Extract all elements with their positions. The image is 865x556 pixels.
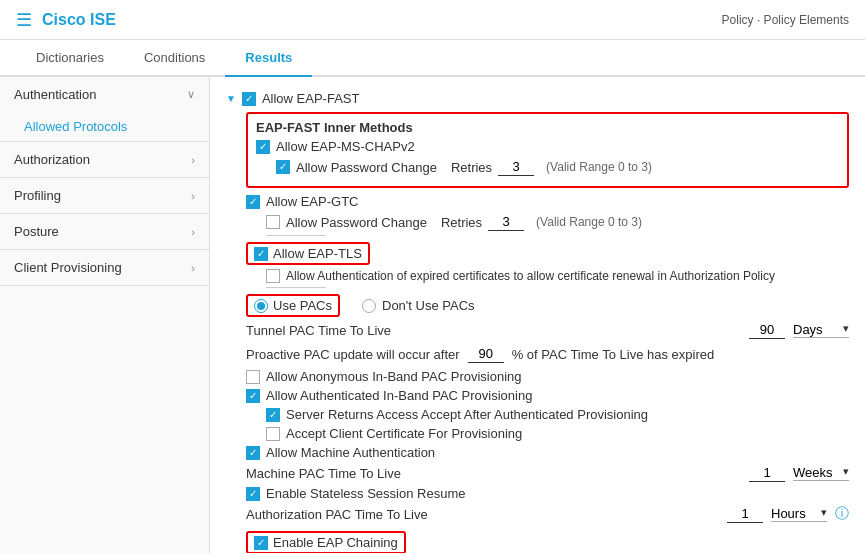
brand-logo: Cisco ISE (42, 11, 116, 29)
sidebar-item-posture[interactable]: Posture › (0, 214, 209, 249)
inner-methods-label: EAP-FAST Inner Methods (256, 120, 839, 135)
eap-chaining-row: Enable EAP Chaining (246, 531, 849, 553)
nav-left: ☰ Cisco ISE (16, 9, 116, 31)
chevron-right-icon-posture: › (191, 226, 195, 238)
chevron-down-icon: ∨ (187, 88, 195, 101)
gtc-password-change-cb[interactable] (266, 215, 280, 229)
auth-inband-row: Allow Authenticated In-Band PAC Provisio… (246, 388, 849, 403)
hamburger-icon[interactable]: ☰ (16, 9, 32, 31)
machine-pac-unit-select-wrap: WeeksDaysHours (793, 465, 849, 481)
auth-inband-cb[interactable] (246, 389, 260, 403)
sidebar-item-authorization[interactable]: Authorization › (0, 142, 209, 177)
inner-methods-box: EAP-FAST Inner Methods Allow EAP-MS-CHAP… (246, 112, 849, 188)
tunnel-pac-value-input[interactable] (749, 321, 785, 339)
gtc-valid-range: (Valid Range 0 to 3) (536, 215, 642, 229)
server-returns-label: Server Returns Access Accept After Authe… (286, 407, 648, 422)
mschapv2-password-change-label: Allow Password Change (296, 160, 437, 175)
auth-pac-value-input[interactable] (727, 505, 763, 523)
anon-inband-row: Allow Anonymous In-Band PAC Provisioning (246, 369, 849, 384)
tunnel-pac-unit-select[interactable]: DaysWeeksHours (793, 322, 849, 338)
auth-pac-row: Authorization PAC Time To Live HoursDays… (246, 505, 849, 523)
stateless-session-label: Enable Stateless Session Resume (266, 486, 465, 501)
gtc-password-change-label: Allow Password Change (286, 215, 427, 230)
tab-results[interactable]: Results (225, 40, 312, 77)
eap-chaining-red-box: Enable EAP Chaining (246, 531, 406, 553)
allow-machine-auth-label: Allow Machine Authentication (266, 445, 435, 460)
breadcrumb: Policy · Policy Elements (722, 13, 849, 27)
mschapv2-retries-input[interactable] (498, 158, 534, 176)
sidebar-item-authentication[interactable]: Authentication ∨ (0, 77, 209, 112)
stateless-session-cb[interactable] (246, 487, 260, 501)
use-pacs-label: Use PACs (273, 298, 332, 313)
anon-inband-label: Allow Anonymous In-Band PAC Provisioning (266, 369, 522, 384)
eap-tls-row: Allow EAP-TLS (246, 242, 849, 265)
sidebar-section-authentication: Authentication ∨ Allowed Protocols (0, 77, 209, 142)
allow-machine-auth-row: Allow Machine Authentication (246, 445, 849, 460)
machine-pac-value-input[interactable] (749, 464, 785, 482)
sidebar-section-authorization: Authorization › (0, 142, 209, 178)
eap-tls-checkbox[interactable] (254, 247, 268, 261)
tunnel-pac-row: Tunnel PAC Time To Live DaysWeeksHours (246, 321, 849, 339)
sidebar-label-profiling: Profiling (14, 188, 61, 203)
proactive-pac-value-input[interactable] (468, 345, 504, 363)
eap-chaining-checkbox[interactable] (254, 536, 268, 550)
tunnel-pac-unit-select-wrap: DaysWeeksHours (793, 322, 849, 338)
chevron-right-icon-client: › (191, 262, 195, 274)
sidebar-section-profiling: Profiling › (0, 178, 209, 214)
dont-use-pacs-label: Don't Use PACs (382, 298, 475, 313)
expired-certs-checkbox[interactable] (266, 269, 280, 283)
expired-certs-label: Allow Authentication of expired certific… (286, 269, 775, 283)
sidebar-section-client-provisioning: Client Provisioning › (0, 250, 209, 286)
chevron-right-icon: › (191, 154, 195, 166)
gtc-retries-input[interactable] (488, 213, 524, 231)
accept-client-cert-cb[interactable] (266, 427, 280, 441)
main-layout: Authentication ∨ Allowed Protocols Autho… (0, 77, 865, 553)
sidebar-label-authentication: Authentication (14, 87, 96, 102)
sidebar-item-client-provisioning[interactable]: Client Provisioning › (0, 250, 209, 285)
sidebar-section-posture: Posture › (0, 214, 209, 250)
use-pacs-red-box: Use PACs (246, 294, 340, 317)
mschapv2-password-change-cb[interactable] (276, 160, 290, 174)
auth-pac-label: Authorization PAC Time To Live (246, 507, 428, 522)
proactive-pac-after: % of PAC Time To Live has expired (512, 347, 715, 362)
server-returns-cb[interactable] (266, 408, 280, 422)
gtc-password-change-row: Allow Password Change Retries (Valid Ran… (266, 213, 849, 231)
dont-use-pacs-radio[interactable] (362, 299, 376, 313)
auth-pac-unit-select[interactable]: HoursDaysWeeks (771, 506, 827, 522)
machine-pac-unit-select[interactable]: WeeksDaysHours (793, 465, 849, 481)
eap-mschapv2-checkbox[interactable] (256, 140, 270, 154)
use-pacs-radio[interactable] (254, 299, 268, 313)
top-navigation: ☰ Cisco ISE Policy · Policy Elements (0, 0, 865, 40)
tab-conditions[interactable]: Conditions (124, 40, 225, 77)
info-icon[interactable]: ⓘ (835, 505, 849, 523)
auth-pac-unit-select-wrap: HoursDaysWeeks (771, 506, 827, 522)
anon-inband-cb[interactable] (246, 370, 260, 384)
sidebar: Authentication ∨ Allowed Protocols Autho… (0, 77, 210, 553)
eap-mschapv2-label: Allow EAP-MS-CHAPv2 (276, 139, 415, 154)
eap-tls-label: Allow EAP-TLS (273, 246, 362, 261)
retries-label-1: Retries (451, 160, 492, 175)
eap-gtc-checkbox[interactable] (246, 195, 260, 209)
machine-pac-label: Machine PAC Time To Live (246, 466, 401, 481)
tab-bar: Dictionaries Conditions Results (0, 40, 865, 77)
allow-machine-auth-cb[interactable] (246, 446, 260, 460)
eap-mschapv2-row: Allow EAP-MS-CHAPv2 (256, 139, 839, 154)
mschapv2-password-change-row: Allow Password Change Retries (Valid Ran… (276, 158, 839, 176)
eap-gtc-label: Allow EAP-GTC (266, 194, 358, 209)
proactive-pac-label: Proactive PAC update will occur after (246, 347, 460, 362)
sidebar-item-profiling[interactable]: Profiling › (0, 178, 209, 213)
eap-fast-row: ▼ Allow EAP-FAST (226, 91, 849, 106)
eap-gtc-row: Allow EAP-GTC (246, 194, 849, 209)
tab-dictionaries[interactable]: Dictionaries (16, 40, 124, 77)
machine-pac-row: Machine PAC Time To Live WeeksDaysHours (246, 464, 849, 482)
eap-fast-checkbox[interactable] (242, 92, 256, 106)
use-pacs-row: Use PACs Don't Use PACs (246, 294, 849, 317)
tree-arrow-icon: ▼ (226, 93, 236, 104)
sidebar-item-allowed-protocols[interactable]: Allowed Protocols (0, 112, 209, 141)
proactive-pac-row: Proactive PAC update will occur after % … (246, 345, 849, 363)
tunnel-pac-label: Tunnel PAC Time To Live (246, 323, 391, 338)
eap-chaining-label: Enable EAP Chaining (273, 535, 398, 550)
sidebar-label-posture: Posture (14, 224, 59, 239)
eap-tls-red-box: Allow EAP-TLS (246, 242, 370, 265)
expired-certs-row: Allow Authentication of expired certific… (266, 269, 849, 283)
